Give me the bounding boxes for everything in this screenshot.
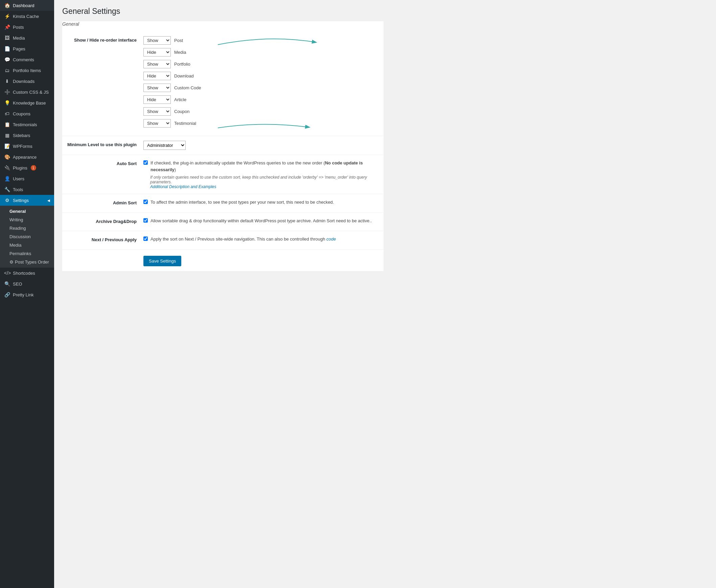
pages-icon: 📄: [4, 46, 10, 51]
plugins-badge: 1: [31, 165, 36, 170]
next-previous-label: Next / Previous Apply: [62, 236, 144, 242]
reorder-select-media[interactable]: HideShow: [144, 48, 171, 57]
reorder-select-custom-code[interactable]: ShowHide: [144, 84, 171, 92]
archive-dragdrop-content: Allow sortable drag & drop functionality…: [144, 217, 384, 226]
sidebar-item-plugins[interactable]: 🔌 Plugins 1: [0, 162, 54, 173]
sidebar-item-shortcodes[interactable]: </> Shortcodes: [0, 268, 54, 278]
next-previous-checkbox-row: Apply the sort on Next / Previous site-w…: [144, 236, 384, 243]
submenu-item-post-types-order[interactable]: ⚙ Post Types Order: [0, 258, 54, 266]
sidebar-item-posts[interactable]: 📌 Posts: [0, 22, 54, 33]
sidebar-item-testimonials[interactable]: 📋 Testimonials: [0, 119, 54, 130]
minimum-level-select[interactable]: Administrator Editor Author Contributor …: [144, 141, 186, 150]
sidebar-item-portfolio-items[interactable]: 🗂 Portfolio Items: [0, 65, 54, 76]
sidebar-item-appearance[interactable]: 🎨 Appearance: [0, 151, 54, 162]
reorder-row-portfolio: ShowHide Portfolio: [144, 60, 384, 68]
sidebar-item-downloads[interactable]: ⬇ Downloads: [0, 76, 54, 87]
reorder-row-coupon: ShowHide Coupon: [144, 107, 384, 116]
reorder-select-portfolio[interactable]: ShowHide: [144, 60, 171, 68]
sidebar-item-custom-css-js[interactable]: ➕ Custom CSS & JS: [0, 87, 54, 98]
admin-sort-checkbox-row: To affect the admin interface, to see th…: [144, 199, 384, 206]
sidebar-item-sidebars[interactable]: ▦ Sidebars: [0, 130, 54, 141]
save-label-spacer: [62, 256, 144, 257]
sidebar-item-wpforms[interactable]: 📝 WPForms: [0, 141, 54, 151]
admin-sort-text: To affect the admin interface, to see th…: [151, 199, 334, 206]
reorder-row-download: HideShow Download: [144, 72, 384, 80]
sidebar-item-settings[interactable]: ⚙ Settings ◀: [0, 195, 54, 206]
reorder-select-download[interactable]: HideShow: [144, 72, 171, 80]
section-heading: General: [62, 21, 384, 27]
reorder-interface-row: Show / Hide re-order interface ShowHide: [62, 31, 384, 136]
downloads-icon: ⬇: [4, 79, 10, 84]
reorder-select-post[interactable]: ShowHide: [144, 36, 171, 45]
reorder-select-coupon[interactable]: ShowHide: [144, 107, 171, 116]
submenu-item-discussion[interactable]: Discussion: [0, 232, 54, 241]
next-previous-text: Apply the sort on Next / Previous site-w…: [151, 236, 336, 243]
sidebar-item-dashboard[interactable]: 🏠 Dashboard: [0, 0, 54, 11]
sidebar-item-comments[interactable]: 💬 Comments: [0, 54, 54, 65]
custom-css-js-icon: ➕: [4, 89, 10, 95]
admin-sort-checkbox[interactable]: [144, 200, 148, 204]
archive-dragdrop-row: Archive Drag&Drop Allow sortable drag & …: [62, 213, 384, 231]
sidebars-icon: ▦: [4, 133, 10, 138]
wpforms-icon: 📝: [4, 144, 10, 149]
sidebar-item-pretty-link[interactable]: 🔗 Pretty Link: [0, 289, 54, 300]
posts-icon: 📌: [4, 24, 10, 30]
shortcodes-icon: </>: [4, 270, 10, 276]
reorder-interface-label: Show / Hide re-order interface: [62, 36, 144, 43]
kinsta-cache-icon: ⚡: [4, 14, 10, 19]
reorder-row-testimonial: ShowHide Testimonial: [144, 119, 384, 128]
sidebar-item-pages[interactable]: 📄 Pages: [0, 43, 54, 54]
admin-sort-content: To affect the admin interface, to see th…: [144, 199, 384, 208]
next-previous-checkbox[interactable]: [144, 236, 148, 241]
testimonial-arrow-container: ShowHide Testimonial: [144, 119, 384, 128]
reorder-label-testimonial: Testimonial: [174, 121, 196, 126]
reorder-label-download: Download: [174, 74, 194, 79]
reorder-select-testimonial[interactable]: ShowHide: [144, 119, 171, 128]
seo-icon: 🔍: [4, 281, 10, 287]
admin-sort-label: Admin Sort: [62, 199, 144, 205]
next-previous-content: Apply the sort on Next / Previous site-w…: [144, 236, 384, 245]
auto-sort-checkbox[interactable]: [144, 160, 148, 165]
auto-sort-link[interactable]: Additional Description and Examples: [150, 184, 216, 189]
testimonials-icon: 📋: [4, 122, 10, 127]
next-previous-code-link[interactable]: code: [326, 236, 336, 241]
submenu-item-general[interactable]: General: [0, 207, 54, 215]
settings-arrow-icon: ◀: [47, 198, 50, 202]
submenu-item-media[interactable]: Media: [0, 241, 54, 249]
minimum-level-row: Minimum Level to use this plugin Adminis…: [62, 136, 384, 155]
sidebar-item-media[interactable]: 🖼 Media: [0, 33, 54, 43]
submenu-item-writing[interactable]: Writing: [0, 215, 54, 224]
auto-sort-label: Auto Sort: [62, 160, 144, 166]
archive-dragdrop-text: Allow sortable drag & drop functionality…: [151, 217, 372, 224]
settings-submenu: General Writing Reading Discussion Media…: [0, 206, 54, 268]
reorder-row-custom-code: ShowHide Custom Code: [144, 84, 384, 92]
sidebar-item-coupons[interactable]: 🏷 Coupons: [0, 108, 54, 119]
appearance-icon: 🎨: [4, 154, 10, 160]
auto-sort-content: If checked, the plug-in automatically up…: [144, 160, 384, 189]
dashboard-icon: 🏠: [4, 3, 10, 8]
archive-dragdrop-label: Archive Drag&Drop: [62, 217, 144, 224]
archive-dragdrop-checkbox[interactable]: [144, 218, 148, 223]
submenu-item-permalinks[interactable]: Permalinks: [0, 249, 54, 258]
sidebar-item-kinsta-cache[interactable]: ⚡ Kinsta Cache: [0, 11, 54, 22]
auto-sort-row: Auto Sort If checked, the plug-in automa…: [62, 155, 384, 194]
save-settings-button[interactable]: Save Settings: [144, 256, 181, 266]
reorder-row-post: ShowHide Post: [144, 36, 384, 45]
sidebar-item-seo[interactable]: 🔍 SEO: [0, 278, 54, 289]
reorder-row-article: HideShow Article: [144, 96, 384, 104]
submenu-item-reading[interactable]: Reading: [0, 224, 54, 232]
reorder-label-custom-code: Custom Code: [174, 85, 201, 90]
pretty-link-icon: 🔗: [4, 292, 10, 297]
reorder-select-article[interactable]: HideShow: [144, 96, 171, 104]
users-icon: 👤: [4, 176, 10, 181]
sidebar-item-tools[interactable]: 🔧 Tools: [0, 184, 54, 195]
coupons-icon: 🏷: [4, 111, 10, 117]
reorder-row-media: HideShow Media: [144, 48, 384, 57]
sidebar-item-knowledge-base[interactable]: 💡 Knowledge Base: [0, 98, 54, 108]
sidebar-item-users[interactable]: 👤 Users: [0, 173, 54, 184]
minimum-level-control: Administrator Editor Author Contributor …: [144, 141, 384, 150]
reorder-label-article: Article: [174, 97, 186, 102]
next-previous-row: Next / Previous Apply Apply the sort on …: [62, 231, 384, 250]
reorder-label-coupon: Coupon: [174, 109, 190, 114]
comments-icon: 💬: [4, 57, 10, 62]
